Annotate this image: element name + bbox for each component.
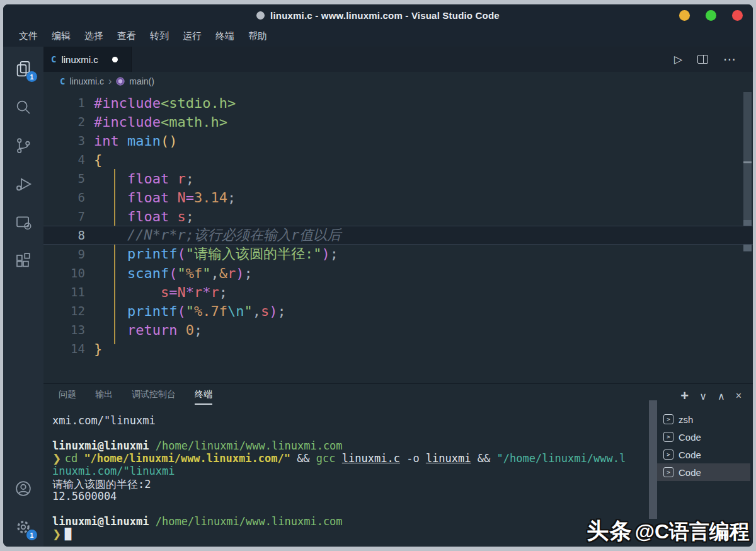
terminal-line-8 [52,502,652,515]
terminal-token: xmi.com/"linuxmi [52,414,156,427]
terminal-line-6: 请输入该圆的半径:2 [52,477,652,490]
terminal-list-item-3[interactable]: >Code [657,446,750,463]
run-file-icon[interactable]: ▷ [674,53,682,66]
code-token: = [169,284,177,300]
close-panel-icon[interactable]: × [736,390,742,402]
code-line-1: 1#include<stdio.h> [43,93,753,112]
panel-tab-3[interactable]: 调试控制台 [132,389,176,405]
terminal-output[interactable]: xmi.com/"linuxmilinuxmi@linuxmi /home/li… [43,409,652,547]
terminal-list-item-1[interactable]: >zsh [657,410,750,428]
code-token: ; [186,209,194,224]
terminal-line-4: ❯ cd "/home/linuxmi/www.linuxmi.com/" &&… [52,452,652,465]
panel-tab-1[interactable]: 问题 [59,389,76,405]
source-control-icon[interactable] [9,131,37,160]
menu-item-3[interactable]: 选择 [77,28,110,45]
line-number: 1 [43,96,94,110]
code-line-12: 12 printf("%.7f\n",s); [43,301,753,320]
line-number: 14 [43,342,94,356]
code-token: r [177,171,185,187]
tab-strip: C linuxmi.c ▷ ⋯ [43,47,753,72]
code-token: () [161,133,178,149]
code-editor[interactable]: 1#include<stdio.h>2#include<math.h>3int … [43,91,753,383]
breadcrumb: C linuxmi.c › main() [43,72,753,91]
menu-item-7[interactable]: 终端 [209,28,241,45]
terminal-token: && [290,452,316,465]
terminal-line-9: linuxmi@linuxmi /home/linuxmi/www.linuxm… [52,515,652,528]
tab-linuxmi-c[interactable]: C linuxmi.c [43,47,132,72]
code-line-9: 9 printf("请输入该圆的半径:"); [43,245,753,264]
terminal-list-item-4[interactable]: >Code [657,463,750,481]
remote-explorer-icon[interactable] [9,208,37,237]
explorer-icon[interactable]: 1 [9,54,37,83]
tab-label: linuxmi.c [61,54,98,65]
code-token: ; [186,171,194,187]
terminal-token: /home/linuxmi/www.linuxmi.com [156,439,343,452]
line-number: 10 [43,266,94,280]
maximize-button[interactable] [706,10,716,21]
menu-item-8[interactable]: 帮助 [241,28,274,45]
terminal-line-5: inuxmi.com/"linuxmi [52,465,652,477]
close-button[interactable] [732,10,743,21]
code-token [119,133,127,149]
panel-tab-4[interactable]: 终端 [195,389,212,405]
code-token: 0 [186,322,194,338]
minimize-button[interactable] [679,10,690,21]
terminal-icon: > [663,432,673,442]
code-line-7: 7 float s; [43,207,753,226]
code-token: ) [321,246,329,262]
line-number: 12 [43,304,94,318]
settings-gear-icon[interactable]: 1 [9,513,37,542]
menu-item-5[interactable]: 转到 [143,28,176,45]
terminal-scrollbar[interactable] [649,400,657,519]
titlebar[interactable]: linuxmi.c - www.linuxmi.com - Visual Stu… [3,4,753,26]
maximize-panel-icon[interactable]: ∧ [718,390,725,402]
terminal-token: gcc [316,452,342,465]
terminal-dropdown-icon[interactable]: ∨ [699,390,707,402]
code-token [94,284,161,300]
panel-tab-2[interactable]: 输出 [95,389,113,405]
extensions-icon[interactable] [9,246,37,276]
code-token: " [244,303,252,319]
breadcrumb-file[interactable]: linuxmi.c [69,76,103,86]
terminal-token: "/home/linuxmi/www.linuxmi.com/" [84,452,290,465]
terminal-token: 12.5600004 [52,490,117,502]
run-and-debug-icon[interactable] [9,170,37,199]
search-icon[interactable] [9,93,37,122]
window-title: linuxmi.c - www.linuxmi.com - Visual Stu… [270,10,500,21]
window-title-dot-icon [256,11,265,20]
terminal-token: cd [65,452,84,465]
code-token: return [127,322,177,338]
account-icon[interactable] [9,474,37,503]
terminal-line-3: linuxmi@linuxmi /home/linuxmi/www.linuxm… [52,439,652,452]
terminal-list: >zsh>Code>Code>Code [657,410,750,481]
terminal-token [149,439,156,452]
code-token: float [127,209,169,224]
code-token [94,246,127,262]
menu-item-1[interactable]: 文件 [12,28,45,45]
terminal-list-item-2[interactable]: >Code [657,428,750,446]
code-token: ( [169,265,177,281]
menu-item-2[interactable]: 编辑 [45,28,77,45]
code-token: ( [177,246,185,262]
split-editor-icon[interactable] [697,55,708,64]
code-line-2: 2#include<math.h> [43,112,753,131]
activity-bar: 1 1 [3,47,43,547]
more-actions-icon[interactable]: ⋯ [723,52,736,67]
code-token [94,322,127,338]
code-token: { [94,152,102,168]
new-terminal-icon[interactable]: + [680,388,689,404]
line-number: 4 [43,153,94,166]
code-token: ; [227,190,236,206]
line-number: 7 [43,209,94,223]
modified-dot-icon [112,57,118,62]
code-token: " [177,265,185,281]
menu-item-6[interactable]: 运行 [176,28,209,45]
code-line-8: 8 //N*r*r;该行必须在输入r值以后 [43,226,753,245]
terminal-token: linuxmi@linuxmi [52,515,149,528]
code-token: ; [244,265,252,281]
menubar: 文件编辑选择查看转到运行终端帮助 [3,26,753,47]
code-token: & [219,265,227,281]
terminal-line-10: ❯ █ [52,528,652,540]
breadcrumb-symbol[interactable]: main() [129,76,154,86]
menu-item-4[interactable]: 查看 [110,28,143,45]
